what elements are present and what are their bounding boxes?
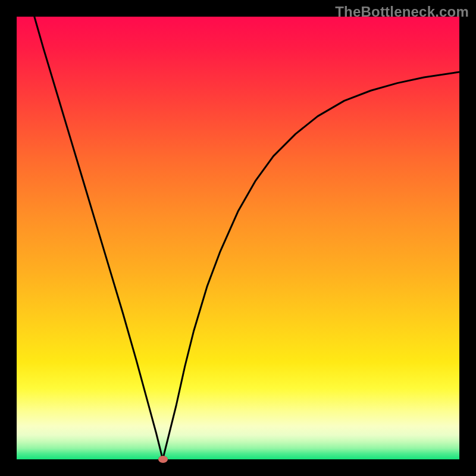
outer-frame: TheBottleneck.com [0,0,476,476]
bottleneck-curve [17,17,459,459]
bottleneck-marker [158,456,168,463]
plot-area [17,17,459,459]
